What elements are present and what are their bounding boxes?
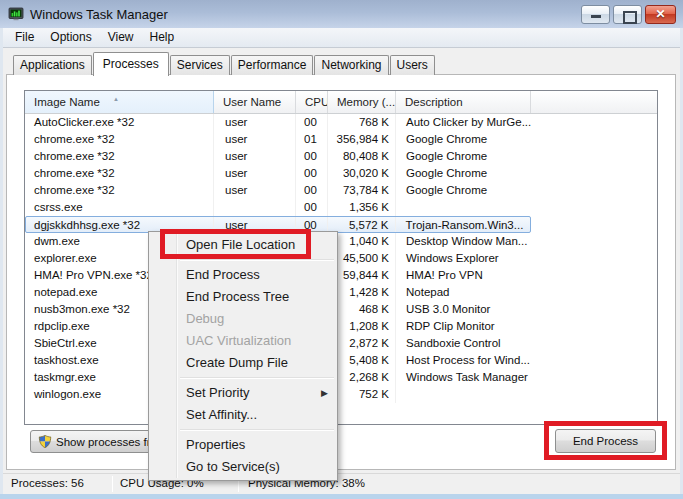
highlight-end-process-button bbox=[544, 421, 667, 460]
statusbar: Processes: 56 CPU Usage: 0% Physical Mem… bbox=[3, 473, 680, 494]
table-row[interactable]: explorer.exe45,500 KWindows Explorer bbox=[25, 250, 657, 267]
table-header: ▲ Image Name User Name CPU Memory (... D… bbox=[25, 91, 657, 114]
cell-description: Desktop Window Man... bbox=[396, 233, 531, 250]
context-menu: Open File LocationEnd ProcessEnd Process… bbox=[148, 231, 338, 481]
menu-item-label: End Process Tree bbox=[186, 289, 289, 304]
tab-performance[interactable]: Performance bbox=[231, 55, 314, 75]
table-row[interactable]: chrome.exe *32user0080,408 KGoogle Chrom… bbox=[25, 148, 657, 165]
menu-file[interactable]: File bbox=[7, 28, 42, 47]
titlebar[interactable]: Windows Task Manager ✕ bbox=[0, 0, 683, 28]
menu-item-create-dump-file[interactable]: Create Dump File bbox=[149, 352, 337, 374]
menu-item-uac-virtualization: UAC Virtualization bbox=[149, 330, 337, 352]
menu-item-end-process[interactable]: End Process bbox=[149, 264, 337, 286]
tab-services[interactable]: Services bbox=[170, 55, 230, 75]
cell-name: chrome.exe *32 bbox=[25, 148, 214, 165]
cell-description: Sandboxie Control bbox=[396, 335, 531, 352]
cell-cpu: 00 bbox=[296, 165, 328, 182]
menu-item-end-process-tree[interactable]: End Process Tree bbox=[149, 286, 337, 308]
menu-separator bbox=[180, 259, 334, 261]
menu-item-set-affinity[interactable]: Set Affinity... bbox=[149, 404, 337, 426]
table-row[interactable]: csrss.exe001,356 K bbox=[25, 199, 657, 216]
highlight-open-file-location bbox=[160, 229, 311, 259]
cell-cpu: 01 bbox=[296, 131, 328, 148]
window-border-left bbox=[0, 28, 3, 494]
column-header-cpu[interactable]: CPU bbox=[296, 91, 328, 113]
table-row[interactable]: chrome.exe *32user01356,984 KGoogle Chro… bbox=[25, 131, 657, 148]
tab-processes[interactable]: Processes bbox=[93, 52, 169, 76]
menu-view[interactable]: View bbox=[100, 28, 142, 47]
cell-description: Trojan-Ransom.Win3... bbox=[396, 217, 530, 232]
minimize-icon[interactable] bbox=[581, 5, 610, 24]
table-row[interactable]: notepad.exe1,428 KNotepad bbox=[25, 284, 657, 301]
cell-memory: 2,268 K bbox=[328, 369, 396, 386]
cell-memory: 1,040 K bbox=[328, 233, 396, 250]
cell-memory: 5,408 K bbox=[328, 352, 396, 369]
cell-memory: 45,500 K bbox=[328, 250, 396, 267]
window-title: Windows Task Manager bbox=[30, 7, 168, 22]
cell-memory: 468 K bbox=[328, 301, 396, 318]
table-row[interactable]: dgjskkdhhsg.exe *32user005,572 KTrojan-R… bbox=[25, 216, 657, 233]
table-row[interactable]: AutoClicker.exe *32user00768 KAuto Click… bbox=[25, 114, 657, 131]
cell-user: user bbox=[214, 131, 296, 148]
table-row[interactable]: dwm.exe1,040 KDesktop Window Man... bbox=[25, 233, 657, 250]
menu-options[interactable]: Options bbox=[42, 28, 99, 47]
cell-memory: 1,356 K bbox=[328, 199, 396, 216]
table-row[interactable]: nusb3mon.exe *32468 KUSB 3.0 Monitor bbox=[25, 301, 657, 318]
tab-networking[interactable]: Networking bbox=[314, 55, 388, 75]
maximize-icon[interactable] bbox=[613, 5, 642, 24]
cell-memory: 73,784 K bbox=[328, 182, 396, 199]
table-row[interactable]: HMA! Pro VPN.exe *3259,844 KHMA! Pro VPN bbox=[25, 267, 657, 284]
cell-user: user bbox=[214, 114, 296, 131]
table-body: AutoClicker.exe *32user00768 KAuto Click… bbox=[25, 114, 657, 403]
cell-description bbox=[396, 386, 531, 403]
cell-cpu: 00 bbox=[296, 199, 328, 216]
column-header-description[interactable]: Description bbox=[396, 91, 531, 113]
cell-memory: 59,844 K bbox=[328, 267, 396, 284]
cell-user: user bbox=[214, 182, 296, 199]
tab-users[interactable]: Users bbox=[390, 55, 435, 75]
uac-shield-icon bbox=[38, 434, 52, 449]
tab-applications[interactable]: Applications bbox=[13, 55, 92, 75]
cell-description bbox=[396, 199, 531, 216]
cell-memory: 2,872 K bbox=[328, 335, 396, 352]
table-row[interactable]: SbieCtrl.exe2,872 KSandboxie Control bbox=[25, 335, 657, 352]
cell-description: Google Chrome bbox=[396, 131, 531, 148]
cell-description: Auto Clicker by MurGe... bbox=[396, 114, 531, 131]
cell-memory: 356,984 K bbox=[328, 131, 396, 148]
menu-separator bbox=[180, 377, 334, 379]
column-header-memory[interactable]: Memory (... bbox=[328, 91, 396, 113]
status-processes-count: Processes: 56 bbox=[11, 477, 84, 489]
cell-description: RDP Clip Monitor bbox=[396, 318, 531, 335]
table-row[interactable]: taskhost.exe5,408 KHost Process for Wind… bbox=[25, 352, 657, 369]
table-row[interactable]: winlogon.exe752 K bbox=[25, 386, 657, 403]
cell-description: Google Chrome bbox=[396, 182, 531, 199]
cell-memory: 1,428 K bbox=[328, 284, 396, 301]
cell-description: Google Chrome bbox=[396, 148, 531, 165]
tabstrip: Applications Processes Services Performa… bbox=[13, 54, 436, 75]
cell-name: csrss.exe bbox=[25, 199, 214, 216]
menu-item-label: End Process bbox=[186, 267, 260, 282]
menu-item-properties[interactable]: Properties bbox=[149, 434, 337, 456]
cell-description: Windows Explorer bbox=[396, 250, 531, 267]
table-row[interactable]: rdpclip.exe1,208 KRDP Clip Monitor bbox=[25, 318, 657, 335]
submenu-arrow-icon: ▶ bbox=[321, 382, 328, 404]
cell-description: Notepad bbox=[396, 284, 531, 301]
close-icon[interactable]: ✕ bbox=[645, 5, 676, 24]
cell-user: user bbox=[214, 165, 296, 182]
status-divider bbox=[112, 476, 113, 492]
menu-item-go-to-service-s[interactable]: Go to Service(s) bbox=[149, 456, 337, 478]
sort-ascending-icon: ▲ bbox=[113, 91, 119, 110]
menu-item-label: Set Priority bbox=[186, 385, 250, 400]
table-row[interactable]: taskmgr.exe2,268 KWindows Task Manager bbox=[25, 369, 657, 386]
menu-item-set-priority[interactable]: Set Priority▶ bbox=[149, 382, 337, 404]
cell-memory: 1,208 K bbox=[328, 318, 396, 335]
cell-description: HMA! Pro VPN bbox=[396, 267, 531, 284]
table-row[interactable]: chrome.exe *32user0030,020 KGoogle Chrom… bbox=[25, 165, 657, 182]
column-header-user-name[interactable]: User Name bbox=[214, 91, 296, 113]
task-manager-app-icon bbox=[8, 6, 24, 22]
menu-help[interactable]: Help bbox=[142, 28, 183, 47]
table-row[interactable]: chrome.exe *32user0073,784 KGoogle Chrom… bbox=[25, 182, 657, 199]
column-header-image-name[interactable]: ▲ Image Name bbox=[25, 91, 214, 113]
cell-user: user bbox=[214, 148, 296, 165]
column-header-filler bbox=[531, 91, 657, 113]
